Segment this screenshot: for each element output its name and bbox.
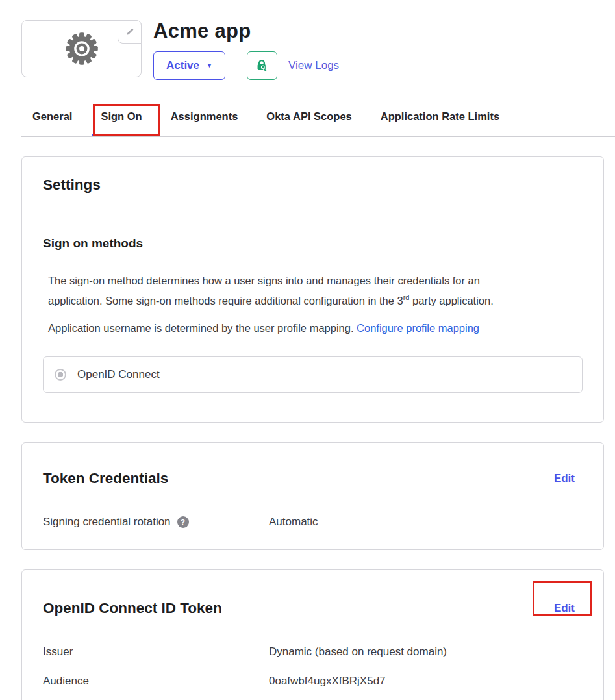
app-logo	[21, 20, 142, 77]
row-label-text: Audience	[43, 673, 89, 689]
status-dropdown[interactable]: Active ▼	[153, 51, 225, 80]
view-logs-link[interactable]: View Logs	[288, 59, 339, 72]
settings-card: Settings Sign on methods The sign-on met…	[21, 156, 604, 423]
username-mapping-text: Application username is determined by th…	[48, 319, 583, 336]
issuer-row: Issuer Dynamic (based on request domain)	[43, 644, 583, 660]
tab-general[interactable]: General	[24, 108, 81, 137]
signing-credential-rotation-row: Signing credential rotation ? Automatic	[43, 514, 583, 530]
radio-disabled-icon	[55, 369, 66, 381]
row-value-text: Automatic	[269, 514, 583, 530]
lock-key-icon	[255, 58, 269, 73]
tab-divider	[21, 136, 615, 137]
row-value-text: Dynamic (based on request domain)	[269, 644, 583, 660]
id-token-title: OpenID Connect ID Token	[43, 599, 222, 618]
gear-icon	[64, 31, 99, 66]
sign-on-method-option: OpenID Connect	[43, 356, 583, 393]
okta-app-page: Acme app Active ▼ View Logs	[0, 0, 615, 700]
caret-down-icon: ▼	[207, 63, 212, 69]
row-value-text: 0oafwbf4ugxXfBRjX5d7	[269, 673, 583, 689]
pencil-icon	[125, 27, 135, 37]
tab-sign-on[interactable]: Sign On	[92, 108, 150, 137]
edit-logo-button[interactable]	[118, 20, 142, 44]
tab-assignments[interactable]: Assignments	[162, 108, 247, 137]
configure-profile-mapping-link[interactable]: Configure profile mapping	[357, 322, 479, 334]
sign-on-description: The sign-on method determines how a user…	[48, 272, 583, 309]
app-title: Acme app	[153, 20, 339, 42]
settings-card-title: Settings	[43, 175, 583, 195]
sign-on-method-label: OpenID Connect	[77, 368, 160, 381]
id-token-card: OpenID Connect ID Token Edit Issuer Dyna…	[21, 569, 604, 700]
audience-row: Audience 0oafwbf4ugxXfBRjX5d7	[43, 673, 583, 689]
sign-on-methods-heading: Sign on methods	[43, 236, 583, 251]
row-label-text: Signing credential rotation	[43, 514, 171, 530]
row-label-text: Issuer	[43, 644, 73, 660]
token-credentials-title: Token Credentials	[43, 469, 168, 488]
tab-okta-api-scopes[interactable]: Okta API Scopes	[258, 108, 360, 137]
edit-token-credentials-link[interactable]: Edit	[554, 469, 575, 488]
edit-id-token-link[interactable]: Edit	[554, 599, 575, 618]
app-header: Acme app Active ▼ View Logs	[0, 0, 615, 80]
token-lock-button[interactable]	[247, 51, 277, 80]
tab-application-rate-limits[interactable]: Application Rate Limits	[372, 108, 508, 137]
help-icon[interactable]: ?	[177, 516, 189, 528]
token-credentials-card: Token Credentials Edit Signing credentia…	[21, 442, 604, 550]
sign-on-methods-section: Sign on methods The sign-on method deter…	[43, 236, 583, 393]
status-label: Active	[166, 59, 199, 72]
tab-bar: General Sign On Assignments Okta API Sco…	[0, 108, 615, 137]
